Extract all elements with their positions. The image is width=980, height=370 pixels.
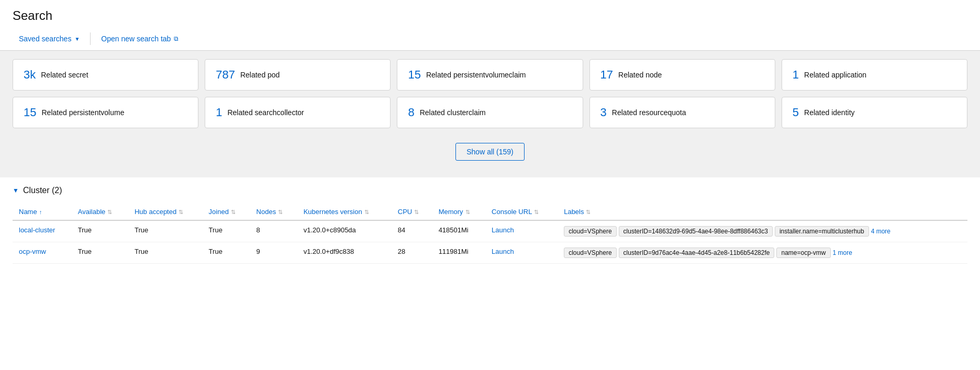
sort-icon: ⇅ [465,209,470,215]
cluster-name-link[interactable]: local-cluster [19,226,55,234]
saved-searches-button[interactable]: Saved searches ▼ [13,31,86,46]
related-card[interactable]: 17 Related node [589,59,775,91]
related-cards-section: 3k Related secret 787 Related pod 15 Rel… [0,51,980,177]
cell-memory: 111981Mi [432,242,485,264]
sort-icon: ⇅ [278,209,283,215]
related-card[interactable]: 3 Related resourcequota [589,97,775,128]
cell-joined: True [203,220,250,242]
cell-available: True [72,242,128,264]
related-count: 787 [216,68,235,82]
col-header-cpu[interactable]: CPU⇅ [392,204,432,220]
related-label: Related persistentvolume [41,108,124,117]
chevron-down-icon: ▼ [74,36,80,42]
table-row: local-clusterTrueTrueTrue8v1.20.0+c8905d… [13,220,967,242]
cell-nodes: 9 [250,242,297,264]
cell-labels: cloud=VSphereclusterID=9d76ac4e-4aae-4d4… [558,242,967,264]
sort-icon: ⇅ [364,209,369,215]
results-section: ▼ Cluster (2) Name↑Available⇅Hub accepte… [0,177,980,272]
label-tag: clusterID=148632d9-69d5-4ae4-98ee-8dff88… [619,226,773,237]
show-all-container: Show all (159) [13,134,967,169]
table-header-row: Name↑Available⇅Hub accepted⇅Joined⇅Nodes… [13,204,967,220]
col-header-joined[interactable]: Joined⇅ [203,204,250,220]
cell-name: ocp-vmw [13,242,72,264]
cell-name: local-cluster [13,220,72,242]
cell-hub-accepted: True [128,220,203,242]
related-count: 3 [600,106,607,119]
related-count: 17 [600,68,613,82]
related-count: 1 [793,68,799,82]
col-header-kubernetes-version[interactable]: Kubernetes version⇅ [297,204,392,220]
sort-icon: ⇅ [231,209,236,215]
sort-icon: ⇅ [414,209,419,215]
cluster-section-title: Cluster (2) [23,186,62,195]
col-header-nodes[interactable]: Nodes⇅ [250,204,297,220]
related-label: Related secret [41,71,88,79]
show-all-button[interactable]: Show all (159) [455,143,525,161]
related-card[interactable]: 1 Related application [782,59,967,91]
related-label: Related searchcollector [227,108,304,117]
cell-joined: True [203,242,250,264]
cluster-name-link[interactable]: ocp-vmw [19,248,46,255]
clusters-table: Name↑Available⇅Hub accepted⇅Joined⇅Nodes… [13,204,967,264]
cell-cpu: 28 [392,242,432,264]
related-card[interactable]: 8 Related clusterclaim [397,97,583,128]
more-labels-button[interactable]: 4 more [871,228,890,235]
col-header-memory[interactable]: Memory⇅ [432,204,485,220]
external-link-icon: ⧉ [174,35,179,42]
cluster-header[interactable]: ▼ Cluster (2) [13,186,967,195]
launch-link[interactable]: Launch [492,226,514,234]
cell-hub-accepted: True [128,242,203,264]
table-header: Name↑Available⇅Hub accepted⇅Joined⇅Nodes… [13,204,967,220]
col-header-hub-accepted[interactable]: Hub accepted⇅ [128,204,203,220]
related-card[interactable]: 15 Related persistentvolume [13,97,198,128]
open-search-label: Open new search tab [101,35,171,43]
sort-icon: ⇅ [586,209,591,215]
related-count: 15 [24,106,36,119]
col-header-console-url[interactable]: Console URL⇅ [485,204,558,220]
open-search-tab-button[interactable]: Open new search tab ⧉ [95,31,185,46]
label-tag: name=ocp-vmw [776,248,830,258]
sort-icon: ⇅ [107,209,112,215]
related-cards-row1: 3k Related secret 787 Related pod 15 Rel… [13,59,967,91]
cell-kubernetes-version: v1.20.0+df9c838 [297,242,392,264]
cell-cpu: 84 [392,220,432,242]
related-count: 5 [793,106,799,119]
sort-icon: ⇅ [534,209,539,215]
related-count: 8 [408,106,414,119]
related-label: Related node [618,71,662,79]
related-card[interactable]: 3k Related secret [13,59,198,91]
related-count: 1 [216,106,222,119]
table-row: ocp-vmwTrueTrueTrue9v1.20.0+df9c83828111… [13,242,967,264]
col-header-labels[interactable]: Labels⇅ [558,204,967,220]
related-label: Related identity [804,108,855,117]
more-labels-button[interactable]: 1 more [833,249,852,256]
related-card[interactable]: 5 Related identity [782,97,967,128]
related-card[interactable]: 787 Related pod [205,59,391,91]
sort-icon: ⇅ [179,209,183,215]
related-count: 3k [24,68,36,82]
related-cards-row2: 15 Related persistentvolume 1 Related se… [13,97,967,128]
related-label: Related resourcequota [612,108,686,117]
col-header-available[interactable]: Available⇅ [72,204,128,220]
related-label: Related persistentvolumeclaim [426,71,526,79]
saved-searches-label: Saved searches [19,35,71,43]
collapse-icon: ▼ [13,187,19,194]
page-title: Search [13,8,967,23]
cell-nodes: 8 [250,220,297,242]
cell-kubernetes-version: v1.20.0+c8905da [297,220,392,242]
cell-console-url: Launch [485,242,558,264]
cell-console-url: Launch [485,220,558,242]
related-card[interactable]: 15 Related persistentvolumeclaim [397,59,583,91]
label-tag: installer.name=multiclusterhub [775,226,869,237]
label-tag: clusterID=9d76ac4e-4aae-4d45-a2e8-11b6b5… [619,248,775,258]
col-header-name[interactable]: Name↑ [13,204,72,220]
related-card[interactable]: 1 Related searchcollector [205,97,391,128]
label-tag: cloud=VSphere [564,226,616,237]
launch-link[interactable]: Launch [492,248,514,255]
cell-labels: cloud=VSphereclusterID=148632d9-69d5-4ae… [558,220,967,242]
related-count: 15 [408,68,420,82]
label-tag: cloud=VSphere [564,248,616,258]
related-label: Related pod [240,71,280,79]
sort-icon: ↑ [39,209,42,215]
related-label: Related clusterclaim [420,108,486,117]
